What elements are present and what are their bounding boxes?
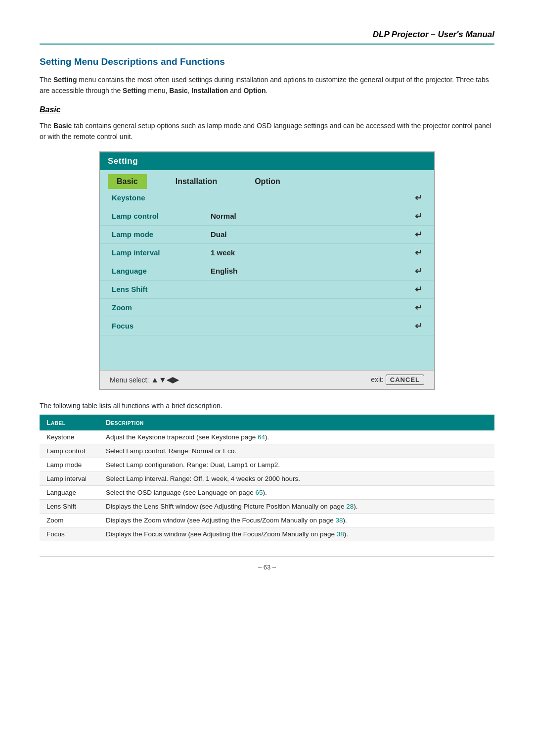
table-row: Lamp interval 1 week ↵	[100, 244, 434, 262]
col-header-label: Label	[40, 415, 99, 430]
desc-row-desc: Displays the Lens Shift window (see Adju…	[99, 499, 494, 513]
setting-tabs: Basic Installation Option	[100, 170, 434, 189]
list-item: Zoom Displays the Zoom window (see Adjus…	[40, 513, 494, 527]
col-header-description: Description	[99, 415, 494, 430]
list-item: Language Select the OSD language (see La…	[40, 485, 494, 499]
list-item: Keystone Adjust the Keystone trapezoid (…	[40, 430, 494, 444]
desc-row-desc: Displays the Focus window (see Adjusting…	[99, 527, 494, 541]
sub-intro-text: The Basic tab contains general setup opt…	[40, 120, 494, 142]
footer-exit: exit: CANCEL	[371, 375, 424, 385]
row-arrow-lens-shift: ↵	[415, 284, 422, 295]
desc-row-label: Lamp control	[40, 444, 99, 458]
cancel-button[interactable]: CANCEL	[386, 375, 424, 385]
header-title: DLP Projector – User's Manual	[373, 30, 494, 39]
subsection-title: Basic	[40, 105, 494, 114]
desc-row-label: Language	[40, 485, 99, 499]
table-row: Lens Shift ↵	[100, 281, 434, 299]
page-number: – 63 –	[258, 564, 276, 571]
row-arrow-focus: ↵	[415, 321, 422, 331]
desc-row-desc: Select the OSD language (see Language on…	[99, 485, 494, 499]
desc-row-label: Focus	[40, 527, 99, 541]
setting-panel-header: Setting	[100, 152, 434, 170]
footer-arrows-icon: ▲▼◀▶	[151, 376, 178, 384]
row-label-keystone: Keystone	[112, 193, 211, 202]
setting-panel: Setting Basic Installation Option Keysto…	[99, 151, 435, 390]
row-arrow-zoom: ↵	[415, 302, 422, 313]
desc-row-label: Lamp mode	[40, 458, 99, 472]
row-label-zoom: Zoom	[112, 303, 211, 312]
desc-row-desc: Displays the Zoom window (see Adjusting …	[99, 513, 494, 527]
setting-rows: Keystone ↵ Lamp control Normal ↵ Lamp mo…	[100, 189, 434, 370]
footer-menu-select: Menu select: ▲▼◀▶	[110, 375, 178, 384]
desc-row-label: Keystone	[40, 430, 99, 444]
section-title: Setting Menu Descriptions and Functions	[40, 56, 494, 67]
list-item: Lamp control Select Lamp control. Range:…	[40, 444, 494, 458]
row-arrow-language: ↵	[415, 266, 422, 277]
table-row: Lamp control Normal ↵	[100, 207, 434, 226]
row-arrow-lamp-mode: ↵	[415, 229, 422, 240]
list-item: Lamp mode Select Lamp configuration. Ran…	[40, 458, 494, 472]
list-item: Lamp interval Select Lamp interval. Rang…	[40, 472, 494, 485]
page-footer: – 63 –	[40, 556, 494, 571]
setting-footer: Menu select: ▲▼◀▶ exit: CANCEL	[100, 370, 434, 389]
page: DLP Projector – User's Manual Setting Me…	[0, 0, 534, 756]
tab-option[interactable]: Option	[246, 174, 289, 189]
desc-row-label: Lamp interval	[40, 472, 99, 485]
desc-row-desc: Select Lamp configuration. Range: Dual, …	[99, 458, 494, 472]
row-arrow-lamp-interval: ↵	[415, 247, 422, 258]
desc-row-label: Lens Shift	[40, 499, 99, 513]
row-label-lens-shift: Lens Shift	[112, 285, 211, 293]
row-label-lamp-mode: Lamp mode	[112, 230, 211, 238]
row-label-lamp-interval: Lamp interval	[112, 248, 211, 257]
desc-row-desc: Adjust the Keystone trapezoid (see Keyst…	[99, 430, 494, 444]
desc-row-desc: Select Lamp control. Range: Normal or Ec…	[99, 444, 494, 458]
tab-basic[interactable]: Basic	[108, 174, 147, 189]
intro-text: The Setting menu contains the most often…	[40, 74, 494, 96]
row-label-focus: Focus	[112, 322, 211, 330]
desc-row-label: Zoom	[40, 513, 99, 527]
table-row: Focus ↵	[100, 317, 434, 335]
description-table: Label Description Keystone Adjust the Ke…	[40, 415, 494, 541]
desc-row-desc: Select Lamp interval. Range: Off, 1 week…	[99, 472, 494, 485]
row-value-lamp-control: Normal	[211, 212, 415, 220]
row-arrow-keystone: ↵	[415, 192, 422, 203]
table-row: Language English ↵	[100, 262, 434, 281]
row-value-lamp-interval: 1 week	[211, 248, 415, 257]
row-value-language: English	[211, 267, 415, 275]
tab-installation[interactable]: Installation	[167, 174, 226, 189]
list-item: Lens Shift Displays the Lens Shift windo…	[40, 499, 494, 513]
desc-table-intro: The following table lists all functions …	[40, 402, 494, 410]
row-arrow-lamp-control: ↵	[415, 211, 422, 222]
row-label-language: Language	[112, 267, 211, 275]
header-line: DLP Projector – User's Manual	[40, 30, 494, 45]
row-label-lamp-control: Lamp control	[112, 212, 211, 220]
table-row: Keystone ↵	[100, 189, 434, 207]
row-value-lamp-mode: Dual	[211, 230, 415, 238]
table-row: Lamp mode Dual ↵	[100, 226, 434, 244]
table-row: Zoom ↵	[100, 299, 434, 317]
list-item: Focus Displays the Focus window (see Adj…	[40, 527, 494, 541]
